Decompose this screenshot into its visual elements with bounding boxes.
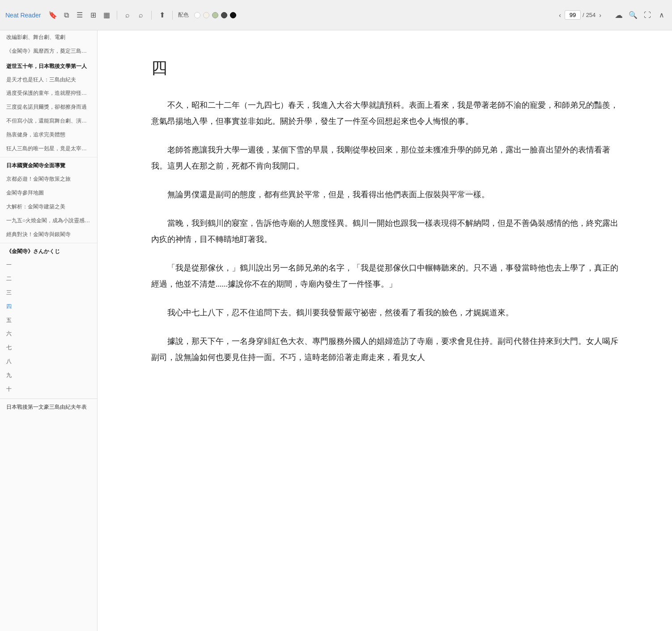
sidebar-item-top1[interactable]: 改編影劇、舞台劇、電劇 [0,30,97,44]
sidebar-s3-item-1[interactable]: 二 [0,272,97,286]
color-picker [194,12,236,18]
separator1 [117,11,117,20]
paragraph-1: 老師答應讓我升大學一週後，某個下雪的早晨，我剛從學校回來，那位並未獲准升學的師兄… [151,142,618,174]
green-dot[interactable] [212,12,218,18]
page-separator: / [583,12,584,18]
sidebar-s2-item-0[interactable]: 京都必遊！金閣寺散策之旅 [0,172,97,186]
sidebar-section-3-header: 《金閣寺》さんかくじ [0,243,97,258]
right-toolbar: ☁ 🔍 ⛶ ∧ [614,10,667,20]
upload-icon[interactable]: ⬆ [157,10,167,20]
menu-icon[interactable]: ☰ [75,10,85,20]
sidebar-s2-item-3[interactable]: 一九五○火燒金閣，成為小說靈感… [0,214,97,228]
grid-icon[interactable]: ⊞ [88,10,98,20]
copy-icon[interactable]: ⧉ [61,10,71,20]
page-navigation: ‹ / 254 › [557,10,603,20]
sidebar-s2-item-1[interactable]: 金閣寺參拜地圖 [0,186,97,200]
bookmark-icon[interactable]: 🔖 [48,10,58,20]
cream-dot[interactable] [203,12,209,18]
separator3 [172,11,173,20]
search-right-icon[interactable]: 🔍 [628,10,638,20]
paragraph-6: 據說，那天下午，一名身穿緋紅色大衣、專門服務外國人的娼婦造訪了寺廟，要求會見住持… [151,333,618,365]
layout-icon[interactable]: ▦ [102,10,111,20]
sidebar-section-1-header: 逝世五十年，日本戰後文學第一人 [0,58,97,73]
sidebar-s3-item-8[interactable]: 九 [0,368,97,382]
title-bar: Neat Reader 🔖 ⧉ ☰ ⊞ ▦ ⌕ ⌕ ⬆ 配色 ‹ / 254 ›… [0,0,672,30]
total-pages: 254 [586,12,596,18]
chapter-heading: 四 [151,57,618,79]
sidebar-s1-item-5[interactable]: 狂人三島的唯一剋星，竟是太宰… [0,142,97,156]
fullscreen-icon[interactable]: ⛶ [642,10,652,20]
paragraph-2: 無論男僕還是副司的態度，都有些異於平常，但是，我看得出他們表面上假裝與平常一樣。… [151,186,618,203]
content-area: 四 不久，昭和二十二年（一九四七）春天，我進入大谷大學就讀預科。表面上看來，我是… [98,30,672,631]
dark-dot[interactable] [221,12,227,18]
paragraph-3: 當晚，我到鶴川的寢室，告訴他寺廟的人態度怪異。鶴川一開始也跟我一樣表現得不解納悶… [151,215,618,247]
sidebar-s1-item-1[interactable]: 過度受保護的童年，造就壓抑怪… [0,86,97,100]
sidebar-s1-item-2[interactable]: 三度提名諾貝爾獎，卻都擦身而過 [0,100,97,114]
sidebar-s3-item-9[interactable]: 十 [0,382,97,396]
sidebar-s3-item-6[interactable]: 七 [0,341,97,355]
sidebar-s2-item-4[interactable]: 經典對決！金閣寺與銀閣寺 [0,228,97,241]
sidebar-s3-item-3[interactable]: 四 [0,300,97,313]
sidebar-s1-item-0[interactable]: 是天才也是狂人：三島由紀夫 [0,73,97,87]
sidebar-s3-item-2[interactable]: 三 [0,286,97,300]
color-label: 配色 [178,11,189,19]
main-layout: 改編影劇、舞台劇、電劇 《金閣寺》風靡西方，奠定三島… 逝世五十年，日本戰後文學… [0,30,672,631]
sidebar-s3-item-0[interactable]: 一 [0,258,97,272]
sidebar-s1-item-4[interactable]: 熱衷健身，追求完美體態 [0,128,97,142]
white-dot[interactable] [194,12,200,18]
app-title: Neat Reader [5,12,41,19]
search-icon[interactable]: ⌕ [123,10,132,20]
cloud-icon[interactable]: ☁ [614,10,624,20]
next-page-button[interactable]: › [597,11,603,20]
sidebar: 改編影劇、舞台劇、電劇 《金閣寺》風靡西方，奠定三島… 逝世五十年，日本戰後文學… [0,30,98,631]
sidebar-s1-item-3[interactable]: 不但寫小說，還能寫舞台劇、演… [0,114,97,128]
sidebar-s2-item-2[interactable]: 大解析：金閣寺建築之美 [0,200,97,214]
paragraph-4: 「我是從那傢伙，」鶴川說出另一名師兄弟的名字，「我是從那傢伙口中輾轉聽來的。只不… [151,260,618,292]
sidebar-section-2-header: 日本國寶金閣寺全面導覽 [0,157,97,172]
sidebar-footer-item[interactable]: 日本戰後第一文豪三島由紀夫年表 [0,398,97,414]
sidebar-item-top2[interactable]: 《金閣寺》風靡西方，奠定三島… [0,44,97,58]
paragraph-5: 我心中七上八下，忍不住追問下去。鶴川要我發誓嚴守祕密，然後看了看我的臉色，才娓娓… [151,305,618,321]
collapse-icon[interactable]: ∧ [657,10,667,20]
sidebar-s3-item-7[interactable]: 八 [0,355,97,368]
paragraph-0: 不久，昭和二十二年（一九四七）春天，我進入大谷大學就讀預科。表面上看來，我是帶著… [151,97,618,129]
search2-icon[interactable]: ⌕ [136,10,146,20]
black-dot[interactable] [230,12,236,18]
sidebar-s3-item-4[interactable]: 五 [0,313,97,327]
separator2 [151,11,152,20]
sidebar-s3-item-5[interactable]: 六 [0,327,97,341]
prev-page-button[interactable]: ‹ [557,11,563,20]
page-number-input[interactable] [565,10,581,20]
